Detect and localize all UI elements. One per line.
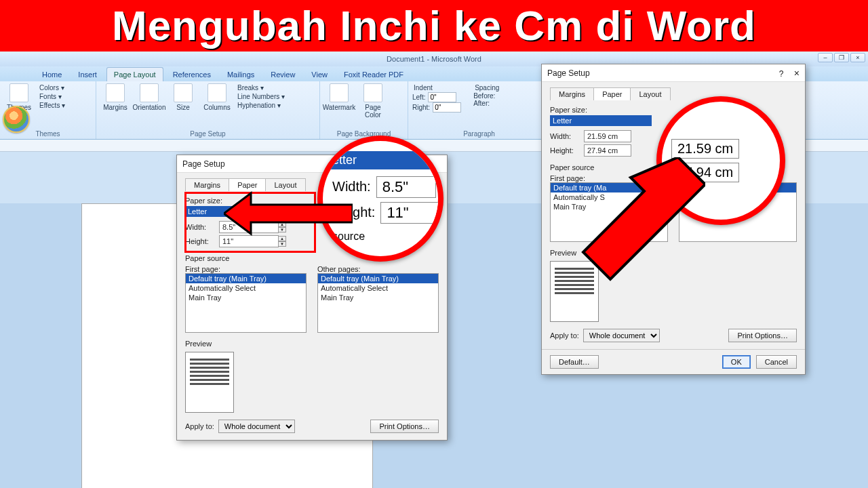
dlg-tab-paper-cm[interactable]: Paper bbox=[593, 87, 631, 100]
first-page-list-cm[interactable]: Default tray (Ma Automatically S Main Tr… bbox=[550, 182, 668, 242]
margins-button[interactable]: Margins bbox=[100, 83, 130, 111]
video-title-banner: Mengubah Inchi ke Cm di Word bbox=[0, 0, 868, 52]
help-button[interactable]: ? bbox=[779, 69, 784, 79]
tab-mailings[interactable]: Mailings bbox=[220, 68, 261, 81]
height-input-cm[interactable]: 27.94 cm bbox=[584, 144, 631, 157]
apply-to-label: Apply to: bbox=[185, 422, 214, 430]
height-input-inches[interactable]: 11" bbox=[219, 235, 279, 247]
line-numbers-button[interactable]: Line Numbers ▾ bbox=[236, 92, 286, 101]
orientation-icon bbox=[140, 83, 159, 102]
preview-label-cm: Preview bbox=[550, 249, 797, 257]
apply-to-select-cm[interactable]: Whole document bbox=[583, 329, 660, 342]
page-color-icon bbox=[363, 83, 382, 102]
mag-height-label: Height: bbox=[332, 205, 375, 220]
watermark-icon bbox=[330, 83, 349, 102]
other-pages-list[interactable]: Default tray (Main Tray) Automatically S… bbox=[317, 273, 439, 333]
orientation-button[interactable]: Orientation bbox=[134, 83, 164, 111]
mag-source: source bbox=[332, 230, 429, 243]
preview-thumbnail-cm bbox=[550, 261, 599, 322]
office-button[interactable] bbox=[3, 106, 30, 133]
height-label: Height: bbox=[185, 237, 219, 245]
themes-icon bbox=[9, 83, 28, 102]
magnifier-cm: 21.59 cm 27.94 cm bbox=[656, 96, 785, 225]
margins-icon bbox=[106, 83, 125, 102]
page-color-button[interactable]: Page Color bbox=[358, 83, 388, 119]
list-item[interactable]: Default tray (Main Tray) bbox=[186, 274, 306, 283]
mag-width-value-cm: 21.59 cm bbox=[671, 139, 739, 159]
group-paragraph: Indent Left: Right: Spacing Before: Afte… bbox=[408, 81, 551, 139]
dialog-title-cm: Page Setup ? × bbox=[542, 64, 805, 82]
dlg-tab-margins-cm[interactable]: Margins bbox=[550, 87, 594, 100]
tab-home[interactable]: Home bbox=[35, 68, 68, 81]
mag-width-label: Width: bbox=[332, 179, 371, 195]
width-label: Width: bbox=[185, 223, 219, 231]
tab-view[interactable]: View bbox=[304, 68, 334, 81]
watermark-button[interactable]: Watermark bbox=[324, 83, 354, 111]
list-item[interactable]: Main Tray bbox=[551, 202, 667, 211]
magnifier-inches: etter Width:8.5" Height:11" source bbox=[317, 136, 443, 262]
list-item[interactable]: Default tray (Main Tray) bbox=[318, 274, 438, 283]
tab-references[interactable]: References bbox=[166, 68, 218, 81]
dlg-tab-paper[interactable]: Paper bbox=[229, 178, 266, 191]
paper-size-select-cm[interactable]: Letter bbox=[550, 115, 652, 126]
indent-left-label: Left: bbox=[412, 94, 425, 101]
restore-button[interactable]: ❐ bbox=[834, 53, 849, 62]
group-page-setup: Margins Orientation Size Columns Breaks … bbox=[96, 81, 320, 139]
dlg-tab-margins[interactable]: Margins bbox=[185, 178, 229, 191]
colors-button[interactable]: Colors ▾ bbox=[38, 83, 66, 92]
list-item[interactable]: Automatically Select bbox=[186, 283, 306, 293]
list-item[interactable]: Automatically Select bbox=[318, 283, 438, 293]
indent-left-input[interactable] bbox=[428, 92, 456, 102]
breaks-button[interactable]: Breaks ▾ bbox=[236, 83, 286, 92]
dialog-tabs-cm: Margins Paper Layout bbox=[550, 87, 797, 100]
apply-to-label-cm: Apply to: bbox=[550, 331, 579, 340]
first-page-label-cm: First page: bbox=[550, 174, 668, 182]
effects-button[interactable]: Effects ▾ bbox=[38, 101, 66, 110]
group-page-background: Watermark Page Color Page Background bbox=[320, 81, 408, 139]
tab-page-layout[interactable]: Page Layout bbox=[106, 67, 163, 81]
tab-foxit[interactable]: Foxit Reader PDF bbox=[337, 68, 410, 81]
size-button[interactable]: Size bbox=[168, 83, 198, 111]
tab-review[interactable]: Review bbox=[264, 68, 302, 81]
width-label-cm: Width: bbox=[550, 132, 584, 140]
fonts-button[interactable]: Fonts ▾ bbox=[38, 92, 66, 101]
first-page-list[interactable]: Default tray (Main Tray) Automatically S… bbox=[185, 273, 307, 333]
mag-letter: etter bbox=[328, 151, 433, 169]
height-spinner[interactable]: ▲▼ bbox=[278, 236, 286, 247]
print-options-button-cm[interactable]: Print Options… bbox=[728, 329, 797, 342]
minimize-button[interactable]: – bbox=[818, 53, 833, 62]
mag-height-value-cm: 27.94 cm bbox=[671, 163, 739, 182]
close-window-button[interactable]: × bbox=[850, 53, 865, 62]
ok-button[interactable]: OK bbox=[722, 355, 751, 369]
mag-width-value-inches: 8.5" bbox=[376, 176, 436, 198]
list-item[interactable]: Default tray (Ma bbox=[551, 183, 667, 192]
document-title: Document1 - Microsoft Word bbox=[387, 55, 481, 63]
columns-icon bbox=[208, 83, 226, 102]
height-label-cm: Height: bbox=[550, 146, 584, 155]
paper-size-select[interactable]: Letter bbox=[185, 206, 321, 217]
cancel-button[interactable]: Cancel bbox=[756, 355, 797, 369]
preview-thumbnail bbox=[185, 352, 234, 413]
columns-button[interactable]: Columns bbox=[202, 83, 232, 111]
close-dialog-button[interactable]: × bbox=[794, 68, 800, 79]
spacing-before-label: Before: bbox=[473, 92, 495, 100]
indent-right-input[interactable] bbox=[433, 102, 461, 113]
window-controls: – ❐ × bbox=[818, 53, 865, 62]
width-spinner[interactable]: ▲▼ bbox=[278, 222, 286, 232]
list-item[interactable]: Automatically S bbox=[551, 192, 667, 202]
preview-label: Preview bbox=[185, 340, 439, 348]
group-label-paragraph: Paragraph bbox=[412, 129, 546, 138]
print-options-button[interactable]: Print Options… bbox=[370, 420, 439, 433]
page-setup-dialog-cm: Page Setup ? × Margins Paper Layout Pape… bbox=[541, 64, 806, 375]
tab-insert[interactable]: Insert bbox=[71, 68, 104, 81]
hyphenation-button[interactable]: Hyphenation ▾ bbox=[236, 101, 286, 110]
width-input-cm[interactable]: 21.59 cm bbox=[584, 130, 631, 142]
default-button[interactable]: Default… bbox=[550, 355, 599, 369]
dlg-tab-layout-cm[interactable]: Layout bbox=[630, 87, 670, 100]
width-input-inches[interactable]: 8.5" bbox=[219, 221, 279, 233]
dlg-tab-layout[interactable]: Layout bbox=[265, 178, 305, 191]
list-item[interactable]: Main Tray bbox=[186, 293, 306, 302]
spacing-label: Spacing bbox=[473, 83, 500, 92]
list-item[interactable]: Main Tray bbox=[318, 293, 438, 302]
apply-to-select[interactable]: Whole document bbox=[218, 420, 295, 433]
